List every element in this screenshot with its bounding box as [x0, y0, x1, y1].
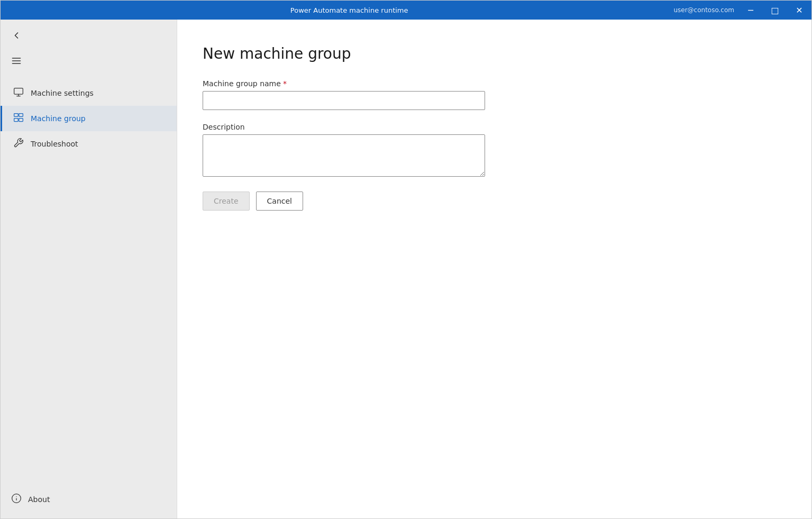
titlebar-title: Power Automate machine runtime — [25, 6, 673, 14]
sidebar: Machine settings Machine group — [1, 20, 177, 518]
sidebar-item-machine-group[interactable]: Machine group — [1, 106, 177, 131]
description-input[interactable] — [203, 134, 485, 177]
sidebar-nav: Machine settings Machine group — [1, 80, 177, 157]
sidebar-bottom: About — [1, 480, 177, 518]
page-title: New machine group — [203, 45, 786, 62]
sidebar-item-troubleshoot[interactable]: Troubleshoot — [1, 131, 177, 157]
svg-rect-7 — [19, 114, 23, 117]
minimize-button[interactable]: ─ — [738, 1, 763, 20]
svg-rect-9 — [19, 119, 23, 122]
cancel-button[interactable]: Cancel — [256, 192, 303, 211]
sidebar-item-machine-group-label: Machine group — [31, 114, 86, 123]
main-layout: Machine settings Machine group — [1, 20, 811, 518]
machine-group-name-input[interactable] — [203, 91, 485, 110]
sidebar-item-troubleshoot-label: Troubleshoot — [31, 140, 78, 148]
about-button[interactable]: About — [11, 489, 166, 510]
svg-rect-6 — [14, 114, 19, 117]
name-label: Machine group name * — [203, 79, 786, 88]
required-star: * — [283, 79, 287, 88]
sidebar-item-machine-settings-label: Machine settings — [31, 89, 94, 97]
sidebar-top — [1, 20, 177, 76]
name-form-group: Machine group name * — [203, 79, 786, 110]
description-label: Description — [203, 123, 786, 131]
titlebar-controls: ─ □ ✕ — [738, 1, 811, 20]
sidebar-item-machine-settings[interactable]: Machine settings — [1, 80, 177, 106]
close-button[interactable]: ✕ — [787, 1, 811, 20]
svg-rect-3 — [14, 88, 23, 95]
svg-rect-8 — [14, 119, 19, 122]
titlebar-user: user@contoso.com — [673, 6, 734, 14]
maximize-button[interactable]: □ — [763, 1, 787, 20]
about-icon — [11, 493, 22, 506]
machine-group-icon — [13, 112, 24, 125]
create-button[interactable]: Create — [203, 192, 250, 211]
back-arrow-icon — [11, 30, 22, 43]
form-actions: Create Cancel — [203, 192, 786, 211]
content-area: New machine group Machine group name * D… — [177, 20, 811, 518]
titlebar: Power Automate machine runtime user@cont… — [1, 1, 811, 20]
hamburger-icon — [11, 56, 22, 68]
about-label: About — [28, 495, 50, 504]
app-window: Power Automate machine runtime user@cont… — [0, 0, 812, 519]
troubleshoot-icon — [13, 138, 24, 150]
hamburger-button[interactable] — [9, 51, 168, 72]
machine-settings-icon — [13, 87, 24, 99]
back-button[interactable] — [9, 26, 168, 47]
description-form-group: Description — [203, 123, 786, 179]
